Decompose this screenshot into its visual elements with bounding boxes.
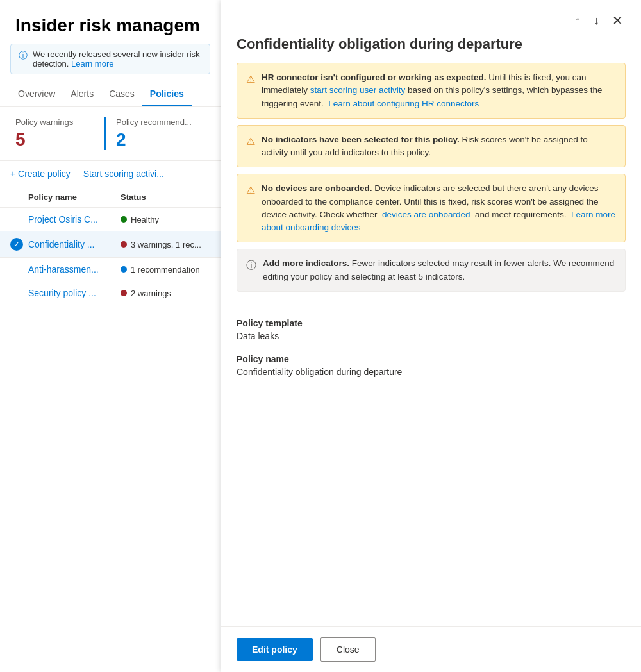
- policy-recommendations-stat: Policy recommend... 2: [104, 117, 205, 150]
- status-text: 1 recommendation: [131, 265, 200, 274]
- table-header: Policy name Status: [0, 187, 221, 208]
- status-dot: [121, 241, 127, 248]
- create-policy-button[interactable]: + Create policy: [10, 169, 71, 179]
- status-text: 3 warnings, 1 rec...: [131, 240, 201, 249]
- warnings-value: 5: [15, 130, 92, 150]
- tab-policies[interactable]: Policies: [142, 82, 192, 106]
- close-button[interactable]: Close: [320, 637, 376, 662]
- warning-icon-1: ⚠: [246, 72, 255, 87]
- stats-row: Policy warnings 5 Policy recommend... 2: [0, 107, 221, 161]
- tab-alerts[interactable]: Alerts: [63, 82, 101, 106]
- warning-icon-2: ⚠: [246, 134, 255, 149]
- alert-no-indicators-text: No indicators have been selected for thi…: [262, 133, 616, 160]
- policy-row[interactable]: ✓Confidentiality ...3 warnings, 1 rec...: [0, 231, 221, 258]
- policy-status-cell: Healthy: [121, 215, 210, 224]
- policy-status-cell: 1 recommendation: [121, 265, 210, 274]
- policy-row-icon: ✓: [10, 238, 28, 251]
- start-scoring-link[interactable]: start scoring user activity: [310, 85, 406, 95]
- policy-row[interactable]: Project Osiris C...Healthy: [0, 208, 221, 231]
- policy-name-cell: Anti-harassmen...: [28, 264, 121, 274]
- flyout-nav: ↑ ↓ ✕: [572, 10, 626, 31]
- page-title: Insider risk managem: [0, 0, 221, 44]
- flyout-close-icon-button[interactable]: ✕: [610, 10, 626, 31]
- alert-add-indicators: ⓘ Add more indicators. Fewer indicators …: [237, 249, 626, 292]
- learn-hr-connectors-link[interactable]: Learn about configuring HR connectors: [328, 99, 479, 108]
- flyout-body: ⚠ HR connector isn't configured or worki…: [221, 63, 641, 626]
- status-text: 2 warnings: [131, 289, 171, 298]
- policy-row[interactable]: Anti-harassmen...1 recommendation: [0, 258, 221, 281]
- nav-tabs: Overview Alerts Cases Policies: [0, 82, 221, 107]
- flyout-footer: Edit policy Close: [221, 626, 641, 672]
- status-dot: [121, 216, 127, 223]
- col-policy-name: Policy name: [10, 192, 121, 202]
- status-dot: [121, 266, 127, 273]
- flyout-next-button[interactable]: ↓: [591, 12, 602, 30]
- alert-no-devices-bold: No devices are onboarded.: [262, 183, 372, 193]
- flyout-header: ↑ ↓ ✕: [221, 0, 641, 31]
- flyout-title: Confidentiality obligation during depart…: [221, 31, 641, 63]
- policy-row[interactable]: Security policy ...2 warnings: [0, 281, 221, 305]
- policy-warnings-stat: Policy warnings 5: [15, 117, 104, 150]
- status-text: Healthy: [131, 215, 159, 224]
- policy-name-label: Policy name: [237, 354, 626, 364]
- col-status: Status: [121, 192, 210, 202]
- start-scoring-button[interactable]: Start scoring activi...: [83, 169, 164, 179]
- policy-name-cell: Confidentiality ...: [28, 239, 121, 249]
- alert-hr-connector: ⚠ HR connector isn't configured or worki…: [237, 63, 626, 119]
- policy-status-cell: 3 warnings, 1 rec...: [121, 240, 210, 249]
- tab-overview[interactable]: Overview: [10, 82, 63, 106]
- alert-no-devices: ⚠ No devices are onboarded. Device indic…: [237, 174, 626, 242]
- recommendations-label: Policy recommend...: [116, 117, 192, 127]
- learn-more-link[interactable]: Learn more: [71, 59, 113, 69]
- alert-hr-bold: HR connector isn't configured or working…: [262, 72, 487, 82]
- alert-no-indicators: ⚠ No indicators have been selected for t…: [237, 125, 626, 168]
- section-divider: [237, 305, 626, 305]
- policy-name-cell: Security policy ...: [28, 288, 121, 298]
- policy-check-icon: ✓: [10, 238, 23, 251]
- alert-no-indicators-bold: No indicators have been selected for thi…: [262, 135, 460, 144]
- devices-onboarded-link[interactable]: devices are onboarded: [382, 210, 470, 219]
- alert-hr-connector-text: HR connector isn't configured or working…: [262, 71, 616, 110]
- policy-status-cell: 2 warnings: [121, 289, 210, 298]
- alert-no-devices-text: No devices are onboarded. Device indicat…: [262, 182, 616, 234]
- policy-list: Project Osiris C...Healthy✓Confidentiali…: [0, 208, 221, 305]
- alert-add-indicators-text: Add more indicators. Fewer indicators se…: [263, 257, 616, 283]
- info-banner: ⓘ We recently released several new insid…: [10, 44, 210, 74]
- info-banner-text: We recently released several new insider…: [33, 49, 202, 69]
- recommendations-value: 2: [116, 130, 192, 150]
- policy-name-value: Confidentiality obligation during depart…: [237, 367, 626, 377]
- policy-template-value: Data leaks: [237, 331, 626, 341]
- info-icon-alert: ⓘ: [246, 258, 256, 273]
- flyout-prev-button[interactable]: ↑: [572, 12, 583, 30]
- flyout-panel: ↑ ↓ ✕ Confidentiality obligation during …: [221, 0, 641, 672]
- alert-add-indicators-bold: Add more indicators.: [263, 258, 349, 268]
- policy-name-section: Policy name Confidentiality obligation d…: [237, 354, 626, 377]
- warning-icon-3: ⚠: [246, 183, 255, 198]
- policy-template-label: Policy template: [237, 318, 626, 328]
- edit-policy-button[interactable]: Edit policy: [237, 638, 313, 661]
- policy-template-section: Policy template Data leaks: [237, 318, 626, 341]
- tab-cases[interactable]: Cases: [101, 82, 142, 106]
- info-icon: ⓘ: [19, 50, 28, 62]
- warnings-label: Policy warnings: [15, 117, 92, 127]
- policy-name-cell: Project Osiris C...: [28, 214, 121, 224]
- left-panel: Insider risk managem ⓘ We recently relea…: [0, 0, 221, 672]
- action-bar: + Create policy Start scoring activi...: [0, 161, 221, 187]
- status-dot: [121, 290, 127, 296]
